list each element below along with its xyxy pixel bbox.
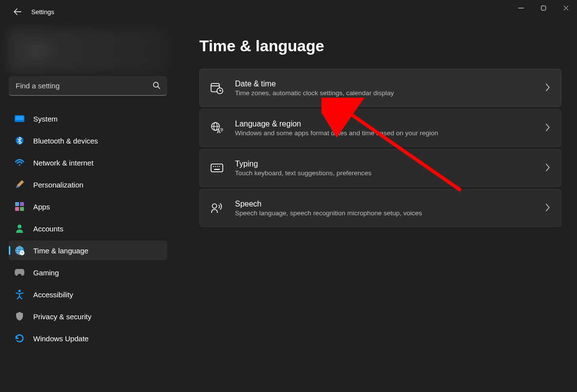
datetime-icon <box>211 82 223 94</box>
typing-icon <box>211 162 223 174</box>
card-date-time[interactable]: Date & time Time zones, automatic clock … <box>199 69 561 107</box>
svg-rect-6 <box>15 202 19 206</box>
sidebar-item-apps[interactable]: Apps <box>9 197 167 216</box>
minimize-button[interactable] <box>510 0 532 16</box>
svg-rect-0 <box>541 6 546 10</box>
sidebar-item-bluetooth[interactable]: Bluetooth & devices <box>9 131 167 150</box>
windows-update-icon <box>15 333 24 343</box>
card-subtitle: Speech language, speech recognition micr… <box>235 209 534 217</box>
card-title: Language & region <box>235 120 534 128</box>
gaming-icon <box>15 268 24 277</box>
accessibility-icon <box>15 289 24 299</box>
card-subtitle: Touch keyboard, text suggestions, prefer… <box>235 169 534 177</box>
svg-rect-7 <box>20 202 24 206</box>
sidebar-item-label: Accounts <box>33 225 64 233</box>
arrow-left-icon <box>14 8 21 16</box>
system-icon <box>15 114 24 124</box>
sidebar-item-time-language[interactable]: Time & language <box>9 241 167 260</box>
sidebar-item-personalization[interactable]: Personalization <box>9 175 167 194</box>
profile-card[interactable] <box>9 29 167 72</box>
svg-point-24 <box>217 166 218 167</box>
sidebar-item-privacy[interactable]: Privacy & security <box>9 307 167 326</box>
svg-rect-8 <box>15 207 19 211</box>
sidebar-item-label: Gaming <box>33 268 59 277</box>
svg-point-5 <box>19 164 20 165</box>
svg-point-10 <box>18 225 21 228</box>
sidebar-item-accounts[interactable]: Accounts <box>9 219 167 238</box>
time-language-icon <box>15 246 24 255</box>
privacy-icon <box>15 311 24 321</box>
svg-rect-9 <box>20 207 24 211</box>
network-icon <box>15 158 24 167</box>
chevron-right-icon <box>545 83 550 93</box>
speech-icon <box>211 202 223 214</box>
page-title: Time & language <box>199 37 561 55</box>
sidebar-item-label: Network & internet <box>33 159 93 167</box>
titlebar: Settings <box>0 0 577 23</box>
close-icon <box>563 5 569 11</box>
svg-rect-3 <box>16 116 23 120</box>
svg-point-14 <box>19 290 21 292</box>
svg-point-27 <box>213 204 217 208</box>
sidebar-item-label: System <box>33 115 58 123</box>
sidebar-item-label: Windows Update <box>33 334 88 343</box>
card-title: Date & time <box>235 80 534 88</box>
sidebar-item-label: Time & language <box>33 247 88 255</box>
main-content: Time & language Date & time Time zones, … <box>176 23 577 392</box>
svg-rect-26 <box>214 169 220 170</box>
sidebar: System Bluetooth & devices Network & int… <box>0 23 176 392</box>
sidebar-item-windows-update[interactable]: Windows Update <box>9 329 167 348</box>
search-input[interactable] <box>9 76 167 96</box>
app-title: Settings <box>31 8 54 16</box>
search-box[interactable] <box>9 76 167 96</box>
sidebar-item-system[interactable]: System <box>9 109 167 128</box>
chevron-right-icon <box>545 164 550 173</box>
minimize-icon <box>518 5 524 11</box>
window-controls <box>510 0 577 23</box>
settings-cards: Date & time Time zones, automatic clock … <box>199 69 561 227</box>
card-subtitle: Windows and some apps format dates and t… <box>235 129 534 137</box>
accounts-icon <box>15 224 24 233</box>
card-typing[interactable]: Typing Touch keyboard, text suggestions,… <box>199 149 561 187</box>
sidebar-item-gaming[interactable]: Gaming <box>9 263 167 282</box>
sidebar-item-label: Privacy & security <box>33 312 91 321</box>
card-title: Speech <box>235 200 534 208</box>
nav-list: System Bluetooth & devices Network & int… <box>6 106 170 351</box>
back-button[interactable] <box>8 2 27 21</box>
bluetooth-icon <box>15 136 24 145</box>
card-title: Typing <box>235 160 534 168</box>
close-button[interactable] <box>555 0 577 16</box>
sidebar-item-network[interactable]: Network & internet <box>9 153 167 172</box>
personalization-icon <box>15 180 24 189</box>
sidebar-item-label: Accessibility <box>33 290 73 299</box>
card-subtitle: Time zones, automatic clock settings, ca… <box>235 89 534 97</box>
apps-icon <box>15 202 24 211</box>
maximize-button[interactable] <box>532 0 555 16</box>
svg-text:字: 字 <box>220 128 223 132</box>
sidebar-item-label: Apps <box>33 203 50 211</box>
svg-point-25 <box>219 166 220 167</box>
sidebar-item-accessibility[interactable]: Accessibility <box>9 285 167 304</box>
sidebar-item-label: Bluetooth & devices <box>33 137 98 145</box>
card-speech[interactable]: Speech Speech language, speech recogniti… <box>199 189 561 227</box>
svg-point-23 <box>215 166 216 167</box>
sidebar-item-label: Personalization <box>33 181 84 189</box>
svg-rect-21 <box>211 164 223 172</box>
svg-point-22 <box>213 166 214 167</box>
language-region-icon: A字 <box>211 122 223 134</box>
card-language-region[interactable]: A字 Language & region Windows and some ap… <box>199 109 561 147</box>
chevron-right-icon <box>545 204 550 213</box>
maximize-icon <box>541 5 546 11</box>
chevron-right-icon <box>545 124 550 133</box>
